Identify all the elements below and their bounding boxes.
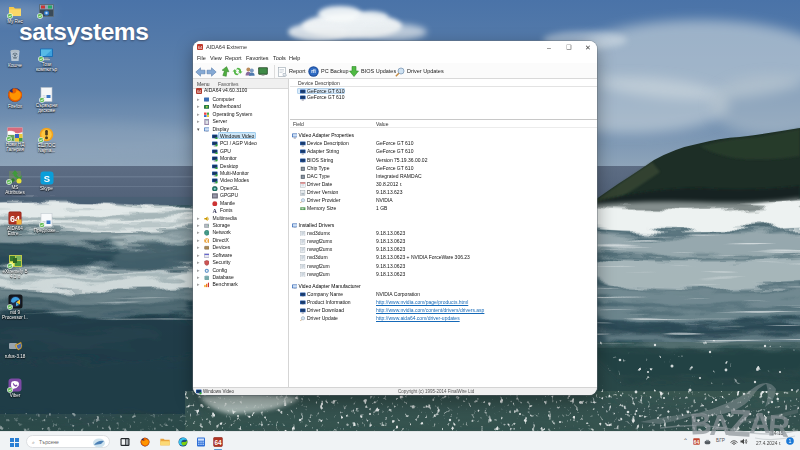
svg-text:X: X: [205, 238, 208, 243]
svg-text:64: 64: [214, 438, 222, 445]
svg-text:64: 64: [198, 45, 203, 50]
svg-text:rfi: rfi: [311, 69, 316, 74]
svg-text:64: 64: [197, 90, 201, 94]
svg-text:S: S: [43, 173, 49, 184]
svg-text:A: A: [213, 208, 218, 213]
